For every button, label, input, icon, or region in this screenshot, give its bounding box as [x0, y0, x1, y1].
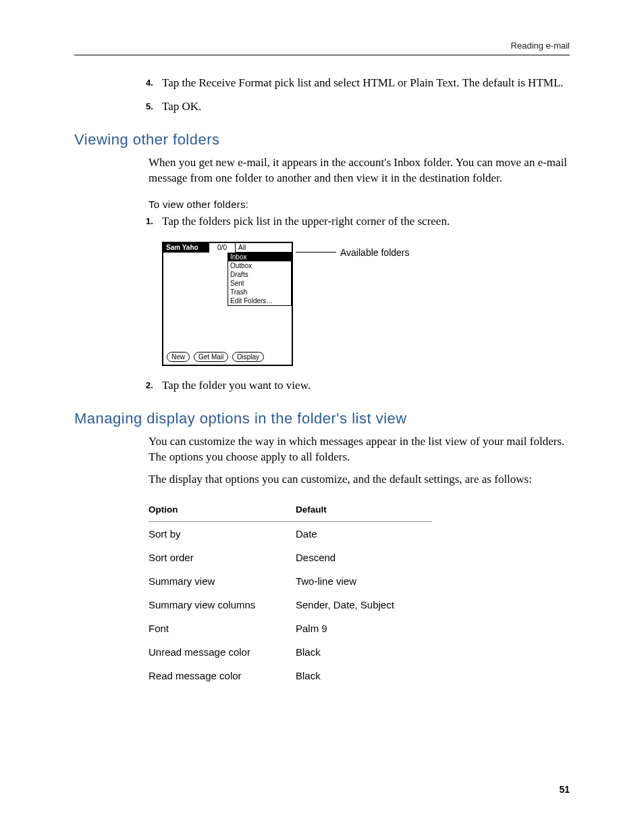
device-button-row: New Get Mail Display [167, 352, 264, 362]
device-screenshot: Sam Yaho 0/0 All Inbox Outbox Drafts Sen… [162, 242, 293, 366]
folder-menu-item-sent[interactable]: Sent [228, 279, 291, 288]
folder-menu-item-drafts[interactable]: Drafts [228, 270, 291, 279]
step-number: 5. [146, 101, 153, 113]
default-cell: Black [296, 640, 432, 664]
new-button[interactable]: New [167, 352, 190, 362]
procedure-step-list: 2. Tap the folder you want to view. [149, 378, 570, 394]
option-cell: Font [149, 617, 296, 640]
step-number: 4. [146, 77, 153, 89]
option-cell: Sort by [149, 522, 296, 546]
callout-text: Available folders [340, 247, 409, 258]
option-cell: Read message color [149, 664, 296, 687]
table-header-default: Default [296, 500, 432, 522]
folder-menu-item-inbox[interactable]: Inbox [228, 253, 291, 261]
table-row: Summary view Two-line view [149, 569, 432, 593]
step-text: Tap the folder you want to view. [162, 379, 311, 392]
default-cell: Descend [296, 546, 432, 569]
message-count: 0/0 [209, 243, 236, 253]
folder-menu-item-edit[interactable]: Edit Folders… [228, 296, 291, 305]
option-cell: Unread message color [149, 640, 296, 664]
account-name: Sam Yaho [163, 243, 209, 253]
procedure-heading: To view other folders: [149, 199, 570, 210]
running-header: Reading e-mail [74, 41, 570, 51]
procedure-step-list: 1. Tap the folders pick list in the uppe… [149, 214, 570, 230]
top-step-list: 4. Tap the Receive Format pick list and … [149, 76, 570, 115]
step: 1. Tap the folders pick list in the uppe… [149, 214, 570, 230]
step: 5. Tap OK. [149, 99, 570, 115]
table-row: Sort order Descend [149, 546, 432, 569]
table-header-option: Option [149, 500, 296, 522]
display-button[interactable]: Display [232, 352, 264, 362]
table-row: Unread message color Black [149, 640, 432, 664]
figure-callout: Available folders [300, 247, 409, 258]
step: 2. Tap the folder you want to view. [149, 378, 570, 394]
header-rule [74, 55, 570, 55]
default-cell: Sender, Date, Subject [296, 593, 432, 617]
table-row: Summary view columns Sender, Date, Subje… [149, 593, 432, 617]
option-cell: Sort order [149, 546, 296, 569]
folder-menu-item-trash[interactable]: Trash [228, 288, 291, 296]
folder-menu: Inbox Outbox Drafts Sent Trash Edit Fold… [227, 253, 292, 306]
default-cell: Date [296, 522, 432, 546]
default-cell: Palm 9 [296, 617, 432, 640]
folder-picklist[interactable]: All [236, 243, 292, 253]
step: 4. Tap the Receive Format pick list and … [149, 76, 570, 91]
get-mail-button[interactable]: Get Mail [194, 352, 228, 362]
page-number: 51 [559, 784, 570, 795]
callout-leader-line [296, 252, 336, 253]
step-text: Tap the Receive Format pick list and sel… [162, 76, 564, 89]
table-row: Sort by Date [149, 522, 432, 546]
step-number: 2. [146, 380, 153, 392]
default-cell: Two-line view [296, 569, 432, 593]
section-b-para1: You can customize the way in which messa… [149, 434, 570, 465]
option-cell: Summary view [149, 569, 296, 593]
option-cell: Summary view columns [149, 593, 296, 617]
section-b-para2: The display that options you can customi… [149, 472, 570, 488]
step-number: 1. [146, 215, 153, 228]
device-titlebar: Sam Yaho 0/0 All [163, 243, 292, 253]
step-text: Tap the folders pick list in the upper-r… [162, 215, 450, 228]
table-row: Font Palm 9 [149, 617, 432, 640]
display-options-table: Option Default Sort by Date Sort order D… [149, 500, 432, 687]
section-heading-viewing-other-folders: Viewing other folders [74, 131, 570, 149]
folder-menu-item-outbox[interactable]: Outbox [228, 261, 291, 270]
figure-folders-picklist: Sam Yaho 0/0 All Inbox Outbox Drafts Sen… [162, 242, 570, 366]
default-cell: Black [296, 664, 432, 687]
section-a-intro: When you get new e-mail, it appears in t… [149, 155, 570, 186]
step-text: Tap OK. [162, 100, 201, 113]
table-row: Read message color Black [149, 664, 432, 687]
section-heading-managing-display-options: Managing display options in the folder's… [74, 410, 570, 427]
